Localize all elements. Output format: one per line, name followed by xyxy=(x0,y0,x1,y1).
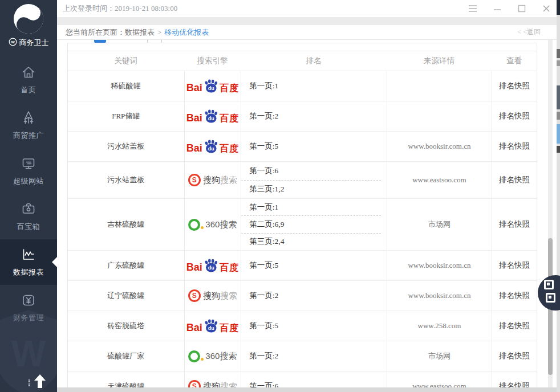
ranking-table: 关键词搜索引擎排名来源详情查看 稀硫酸罐Bai du 百度第一页:1排名快照FR… xyxy=(67,43,537,387)
sidebar-item-label: 百宝箱 xyxy=(17,222,40,232)
sidebar-item-label: 首页 xyxy=(21,85,36,95)
rank-value: 第一页:6 xyxy=(241,381,380,387)
snapshot-link[interactable]: 排名快照 xyxy=(499,291,530,301)
breadcrumb-separator: > xyxy=(157,28,161,37)
window-controls xyxy=(468,0,551,17)
snapshot-link[interactable]: 排名快照 xyxy=(499,321,530,331)
brand: w w 商务卫士 xyxy=(0,0,57,55)
baidu-paw-icon: du xyxy=(204,140,218,154)
baidu-bai-text: Bai xyxy=(186,322,202,333)
sogou-logo: S 搜狗搜索 xyxy=(188,289,237,302)
sidebar-item-toolbox[interactable]: 百宝箱 xyxy=(0,194,57,239)
table-row: 污水站盖板S 搜狗搜索第一页:6第三页:1,2www.eastsoo.com排名… xyxy=(68,162,537,199)
baidu-cn-text: 百度 xyxy=(220,324,239,333)
svg-text:du: du xyxy=(208,325,214,331)
sidebar-item-label: 超级网站 xyxy=(13,176,44,186)
minimize-button[interactable] xyxy=(493,4,502,13)
sogou-name-text: 搜狗 xyxy=(203,175,220,185)
brand-name: 商务卫士 xyxy=(19,38,49,48)
sidebar-item-promotion[interactable]: 商贸推广 xyxy=(0,103,57,148)
source-cell xyxy=(387,101,492,131)
baidu-logo: Bai du 百度 xyxy=(186,79,239,93)
snapshot-link[interactable]: 排名快照 xyxy=(499,351,530,361)
sidebar-item-super-website[interactable]: 超级网站 xyxy=(0,148,57,194)
titlebar: 上次登录时间：2019-10-21 08:03:00 xyxy=(57,0,557,17)
report-chart-icon xyxy=(21,247,36,263)
snapshot-link[interactable]: 排名快照 xyxy=(499,111,530,121)
qr-square-icon xyxy=(546,293,555,303)
360-label-text: 360搜索 xyxy=(205,219,237,230)
baidu-paw-icon: du xyxy=(204,319,218,334)
source-cell: www.booksir.com.cn xyxy=(387,251,492,280)
column-header-4: 来源详情 xyxy=(387,56,492,66)
view-cell: 排名快照 xyxy=(492,251,537,280)
engine-cell: Bai du 百度 xyxy=(184,311,241,341)
sidebar-item-home[interactable]: 首页 xyxy=(0,57,57,103)
rank-cell: 第一页:5 xyxy=(241,132,386,161)
website-icon xyxy=(21,156,36,172)
keyword-cell: FRP储罐 xyxy=(68,101,184,131)
360-label-text: 360搜索 xyxy=(205,351,237,362)
table-row: 辽宁硫酸罐S 搜狗搜索第一页:2www.booksir.com.cn排名快照 xyxy=(68,281,537,311)
engine-cell: Bai du 百度 xyxy=(184,132,241,161)
menu-icon[interactable] xyxy=(468,4,477,13)
baidu-cn-text: 百度 xyxy=(220,263,239,272)
rank-value: 第二页:6,9 xyxy=(241,216,380,233)
view-cell: 排名快照 xyxy=(492,162,537,198)
back-link[interactable]: < <返回 xyxy=(517,27,557,37)
svg-text:du: du xyxy=(208,85,214,91)
table-row: 砖窑脱硫塔Bai du 百度第一页:5www.258.com排名快照 xyxy=(68,311,537,341)
finance-icon xyxy=(21,292,36,308)
svg-text:W: W xyxy=(11,333,46,374)
horizontal-scrollbar[interactable] xyxy=(57,387,557,392)
baidu-cn-text: 百度 xyxy=(220,84,239,93)
rank-cell: 第一页:5 xyxy=(241,311,386,341)
source-cell: 市场网 xyxy=(387,341,492,371)
baidu-logo: Bai du 百度 xyxy=(186,259,239,272)
rank-cell: 第一页:2 xyxy=(241,101,386,131)
table-top-spacer xyxy=(68,43,537,51)
rank-value: 第一页:5 xyxy=(241,141,380,152)
source-cell: www.eastsoo.com xyxy=(387,162,492,198)
snapshot-link[interactable]: 排名快照 xyxy=(499,381,530,387)
view-cell: 排名快照 xyxy=(492,311,537,341)
view-cell: 排名快照 xyxy=(492,371,537,387)
vertical-scrollbar[interactable] xyxy=(548,40,553,387)
snapshot-link[interactable]: 排名快照 xyxy=(499,219,530,230)
table-row: 污水站盖板Bai du 百度第一页:5www.booksir.com.cn排名快… xyxy=(68,132,537,162)
rank-value: 第一页:5 xyxy=(241,260,380,271)
sidebar-item-data-report[interactable]: 数据报表 xyxy=(0,239,57,285)
column-header-3: 排名 xyxy=(241,56,386,66)
sogou-s-icon: S xyxy=(188,174,201,186)
360-dot-icon xyxy=(201,358,204,361)
maximize-button[interactable] xyxy=(517,4,526,13)
engine-cell: Bai du 百度 xyxy=(184,101,241,131)
svg-text:w: w xyxy=(31,9,36,16)
snapshot-link[interactable]: 排名快照 xyxy=(499,81,530,91)
svg-text:w: w xyxy=(10,39,15,44)
breadcrumb-current-link[interactable]: 移动优化报表 xyxy=(164,27,209,38)
snapshot-link[interactable]: 排名快照 xyxy=(499,175,530,185)
rank-value: 第三页:2,4 xyxy=(241,234,380,250)
source-cell: www.258.com xyxy=(387,311,492,341)
sogou-logo: S 搜狗搜索 xyxy=(188,174,237,186)
table-row: 吉林硫酸罐 360搜索第一页:1第二页:6,9第三页:2,4市场网排名快照 xyxy=(68,199,537,251)
rank-cell: 第一页:2 xyxy=(241,341,386,371)
keyword-cell: 污水站盖板 xyxy=(68,132,184,161)
360-ring-icon xyxy=(188,219,200,231)
svg-text:du: du xyxy=(208,265,214,271)
snapshot-link[interactable]: 排名快照 xyxy=(499,141,530,152)
close-button[interactable] xyxy=(542,4,551,13)
rank-value: 第一页:5 xyxy=(241,321,380,331)
360-logo: 360搜索 xyxy=(188,350,237,362)
rank-value: 第一页:1 xyxy=(241,81,380,91)
rank-value: 第一页:2 xyxy=(241,111,380,121)
view-cell: 排名快照 xyxy=(492,132,537,161)
sogou-suffix-text: 搜索 xyxy=(220,291,237,300)
snapshot-link[interactable]: 排名快照 xyxy=(499,260,530,271)
rank-value: 第一页:2 xyxy=(241,291,380,301)
sogou-suffix-text: 搜索 xyxy=(220,381,237,388)
baidu-bai-text: Bai xyxy=(186,83,202,93)
view-cell: 排名快照 xyxy=(492,341,537,371)
up-arrow-icon[interactable] xyxy=(29,374,46,389)
